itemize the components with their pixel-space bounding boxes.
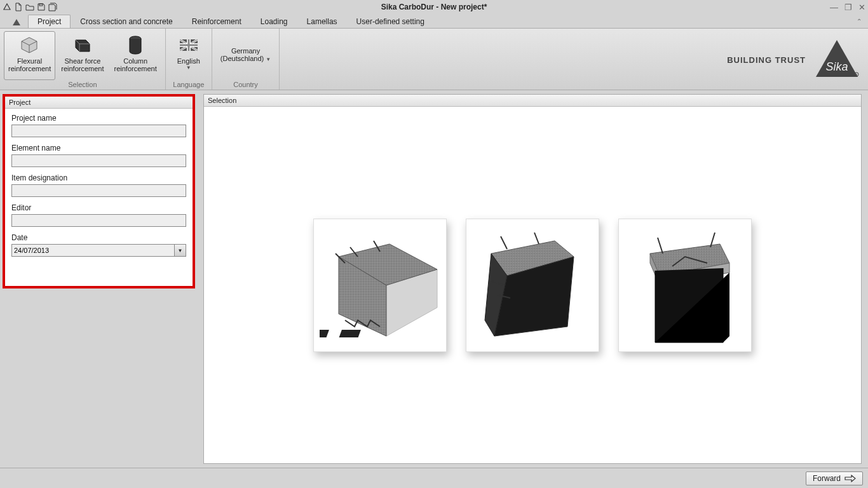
column-icon	[125, 34, 146, 56]
selection-option-column[interactable]	[618, 219, 752, 352]
svg-rect-6	[180, 44, 198, 46]
selection-panel-header: Selection	[204, 95, 861, 107]
svg-rect-16	[320, 330, 329, 337]
shear-label: Shear force reinforcement	[61, 57, 104, 72]
svg-line-28	[658, 238, 663, 254]
save-icon[interactable]	[37, 3, 46, 11]
ribbon-group-language: English ▼ Language	[166, 29, 212, 90]
tab-lamellas[interactable]: Lamellas	[297, 15, 347, 28]
chevron-down-icon: ▼	[266, 57, 271, 62]
main-area: Project Project name Element name Item d…	[0, 90, 868, 468]
window-title: Sika CarboDur - New project*	[0, 3, 868, 11]
tab-reinforcement[interactable]: Reinforcement	[182, 15, 251, 28]
flexural-reinforcement-button[interactable]: Flexural reinforcement	[4, 31, 55, 80]
language-dropdown[interactable]: English ▼	[170, 31, 208, 80]
ribbon-group-country-label: Country	[216, 80, 275, 88]
editor-label: Editor	[11, 203, 186, 212]
project-panel-header: Project	[5, 97, 193, 109]
brand-tagline: BUILDING TRUST	[727, 55, 806, 65]
selection-option-flexural[interactable]	[313, 219, 447, 352]
restore-button[interactable]: ❐	[844, 3, 852, 12]
ribbon-tabs: Project Cross section and concrete Reinf…	[0, 14, 868, 28]
ribbon-group-selection: Flexural reinforcement Shear force reinf…	[0, 29, 166, 90]
svg-text:Sika: Sika	[825, 60, 848, 73]
footer-bar: Forward	[0, 468, 868, 488]
window-controls: — ❐ ✕	[830, 3, 865, 12]
flexural-label: Flexural reinforcement	[8, 57, 51, 72]
svg-rect-0	[39, 4, 43, 6]
date-dropdown-button[interactable]: ▼	[175, 244, 186, 257]
chevron-down-icon: ▼	[186, 65, 191, 71]
new-file-icon[interactable]	[14, 3, 23, 11]
brand-area: BUILDING TRUST Sika R	[727, 29, 862, 91]
project-name-label: Project name	[11, 114, 186, 123]
column-reinforcement-button[interactable]: Column reinforcement	[110, 31, 161, 80]
selection-option-shear[interactable]	[466, 219, 599, 352]
arrow-right-icon	[844, 475, 856, 482]
element-name-input[interactable]	[11, 154, 186, 167]
column-label: Column reinforcement	[114, 57, 157, 72]
tab-user-defined[interactable]: User-defined setting	[347, 15, 434, 28]
flag-uk-icon	[178, 34, 200, 56]
tab-loading[interactable]: Loading	[251, 15, 297, 28]
svg-line-22	[534, 233, 539, 244]
forward-button[interactable]: Forward	[806, 471, 863, 485]
selection-panel: Selection	[203, 94, 862, 464]
svg-line-21	[501, 236, 507, 249]
ribbon-group-language-label: Language	[170, 80, 208, 88]
ribbon: Flexural reinforcement Shear force reinf…	[0, 28, 868, 90]
tab-project[interactable]: Project	[28, 15, 71, 28]
open-folder-icon[interactable]	[25, 3, 34, 11]
sika-logo-icon: Sika R	[812, 37, 862, 82]
date-input[interactable]	[11, 244, 175, 257]
item-designation-label: Item designation	[11, 173, 186, 182]
project-name-input[interactable]	[11, 125, 186, 137]
quick-access-toolbar	[3, 3, 57, 11]
ribbon-group-selection-label: Selection	[4, 80, 161, 88]
date-label: Date	[11, 233, 186, 242]
editor-input[interactable]	[11, 214, 186, 227]
svg-text:R: R	[856, 73, 858, 76]
spacer-icon	[235, 34, 257, 46]
tab-cross-section[interactable]: Cross section and concrete	[71, 15, 182, 28]
ribbon-collapse-icon[interactable]: ⌃	[857, 18, 862, 25]
element-name-label: Element name	[11, 144, 186, 152]
project-panel: Project Project name Element name Item d…	[3, 94, 195, 288]
tab-home-icon[interactable]	[5, 16, 28, 28]
item-designation-input[interactable]	[11, 184, 186, 197]
title-bar: Sika CarboDur - New project* — ❐ ✕	[0, 0, 868, 14]
flexural-icon	[19, 34, 41, 56]
shear-icon	[72, 34, 93, 56]
svg-rect-17	[339, 330, 361, 337]
minimize-button[interactable]: —	[830, 3, 838, 12]
save-all-icon[interactable]	[48, 3, 57, 11]
close-button[interactable]: ✕	[858, 3, 865, 12]
shear-force-reinforcement-button[interactable]: Shear force reinforcement	[57, 31, 108, 80]
app-logo-icon[interactable]	[3, 3, 11, 11]
country-dropdown[interactable]: Germany (Deutschland) ▼	[216, 31, 275, 80]
ribbon-group-country: Germany (Deutschland) ▼ Country	[212, 29, 280, 90]
